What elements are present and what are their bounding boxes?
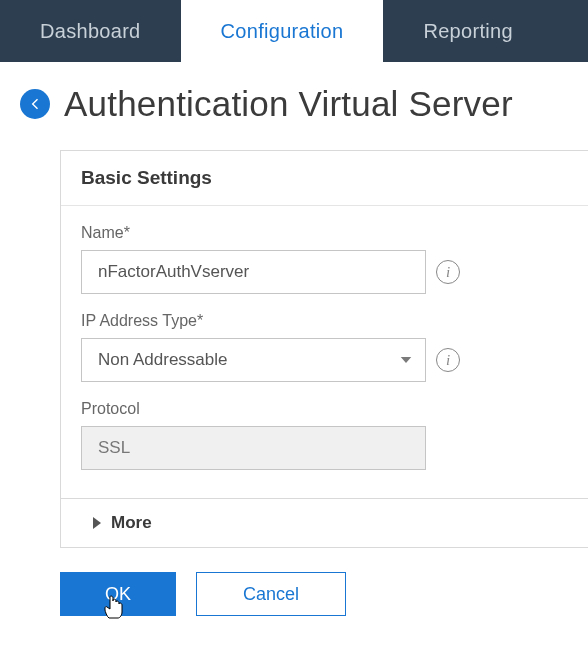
tab-dashboard[interactable]: Dashboard <box>0 0 181 62</box>
info-icon[interactable]: i <box>436 260 460 284</box>
page-header: Authentication Virtual Server <box>0 62 588 142</box>
field-protocol: Protocol SSL <box>81 400 568 470</box>
ip-type-select[interactable]: Non Addressable <box>81 338 426 382</box>
more-expand[interactable]: More <box>61 499 588 548</box>
protocol-input: SSL <box>81 426 426 470</box>
field-ip-type: IP Address Type* Non Addressable i <box>81 312 568 382</box>
panel-heading: Basic Settings <box>61 151 588 206</box>
page-title: Authentication Virtual Server <box>64 84 513 124</box>
tab-configuration[interactable]: Configuration <box>181 0 384 62</box>
top-tabs: Dashboard Configuration Reporting <box>0 0 588 62</box>
info-icon[interactable]: i <box>436 348 460 372</box>
protocol-label: Protocol <box>81 400 568 418</box>
back-button[interactable] <box>20 89 50 119</box>
panel-body: Name* nFactorAuthVserver i IP Address Ty… <box>61 206 588 499</box>
arrow-left-icon <box>27 96 43 112</box>
ip-type-value: Non Addressable <box>98 350 227 370</box>
cancel-button[interactable]: Cancel <box>196 572 346 616</box>
chevron-down-icon <box>397 351 415 369</box>
name-label: Name* <box>81 224 568 242</box>
ip-label: IP Address Type* <box>81 312 568 330</box>
tab-reporting[interactable]: Reporting <box>383 0 552 62</box>
ok-button[interactable]: OK <box>60 572 176 616</box>
more-label: More <box>111 513 152 533</box>
field-name: Name* nFactorAuthVserver i <box>81 224 568 294</box>
triangle-right-icon <box>93 517 101 529</box>
action-buttons: OK Cancel <box>0 548 588 616</box>
name-input[interactable]: nFactorAuthVserver <box>81 250 426 294</box>
basic-settings-panel: Basic Settings Name* nFactorAuthVserver … <box>60 150 588 548</box>
